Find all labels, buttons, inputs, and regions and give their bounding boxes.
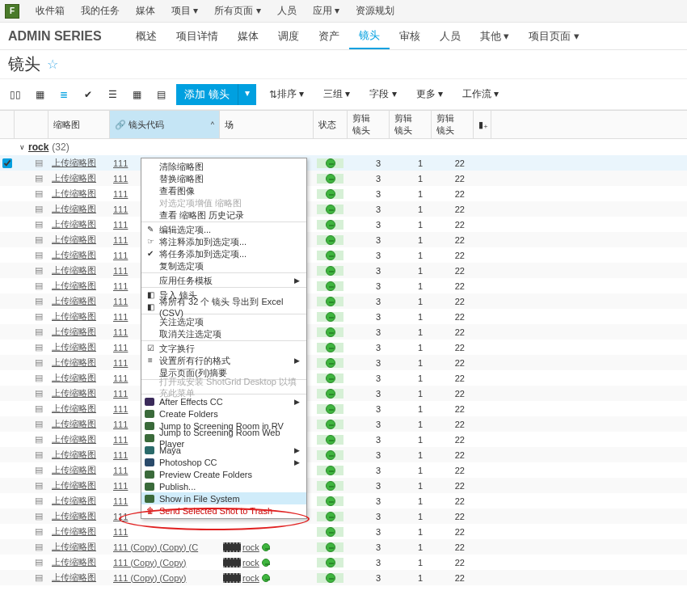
table-row[interactable]: ▤上传缩略图1113122 [0,524,687,539]
shot-code-link[interactable]: 111 [113,358,128,368]
shot-code-link[interactable]: 111 [113,435,128,445]
status-cell[interactable] [314,527,348,537]
upload-thumb-link[interactable]: 上传缩略图 [52,418,96,430]
context-menu-item[interactable]: ◧将所有 32 个 镜头 导出到 Excel (CSV) [141,301,306,313]
projnav-item[interactable]: 概述 [126,23,166,49]
status-cell[interactable] [314,327,348,337]
status-cell[interactable] [314,343,348,352]
table-row[interactable]: ▤上传缩略图1113122 [0,432,687,447]
view-bars-icon[interactable]: ☰ [103,86,121,103]
th-edit2[interactable]: 剪辑 镜头 [390,111,432,138]
shot-code-link[interactable]: 111 [113,527,128,537]
group-menu[interactable]: 三组 ▾ [317,87,356,101]
status-cell[interactable] [314,266,348,276]
projnav-item[interactable]: 其他 ▾ [470,23,520,49]
upload-thumb-link[interactable]: 上传缩略图 [52,433,96,445]
shot-code-link[interactable]: 111 [113,512,128,521]
group-toggle-icon[interactable]: ∨ [19,143,25,151]
upload-thumb-link[interactable]: 上传缩略图 [52,341,96,353]
status-cell[interactable] [314,251,348,260]
shot-code-link[interactable]: 111 [113,373,128,383]
th-edit1[interactable]: 剪辑 镜头 [348,111,390,138]
status-cell[interactable] [314,512,348,521]
upload-thumb-link[interactable]: 上传缩略图 [52,403,96,415]
status-cell[interactable] [314,281,348,291]
th-checkbox[interactable] [0,111,15,138]
add-shot-dropdown[interactable]: ▾ [238,84,256,105]
more-menu[interactable]: 更多 ▾ [410,87,449,101]
context-menu-item[interactable]: Photoshop CC▶ [141,456,306,468]
status-cell[interactable] [314,558,348,567]
table-row[interactable]: ▤上传缩略图1113122 [0,263,687,278]
th-status[interactable]: 状态 [314,111,348,138]
th-shot-code[interactable]: 🔗 镜头代码^ [110,111,220,138]
context-menu-item[interactable]: Show in File System [141,492,306,504]
th-add-column[interactable]: ▮₊ [474,111,491,138]
status-cell[interactable] [314,174,348,184]
table-row[interactable]: ▤上传缩略图111 (Copy) (Copy)rock3122 [0,570,687,585]
shot-code-link[interactable]: 111 [113,389,128,399]
table-row[interactable]: ▤上传缩略图1113122 [0,493,687,508]
upload-thumb-link[interactable]: 上传缩略图 [52,556,96,568]
status-cell[interactable] [314,297,348,306]
status-cell[interactable] [314,496,348,506]
table-row[interactable]: ▤上传缩略图1113122 [0,171,687,186]
table-row[interactable]: ▤上传缩略图1113122 [0,293,687,309]
status-cell[interactable] [314,542,348,552]
table-row[interactable]: ▤上传缩略图1113122 [0,247,687,263]
shot-code-link[interactable]: 111 [113,220,128,230]
status-cell[interactable] [314,573,348,583]
context-menu-item[interactable]: ✎编辑选定项... [141,223,306,235]
table-row[interactable]: ▤上传缩略图1113122 [0,386,687,401]
upload-thumb-link[interactable]: 上传缩略图 [52,234,96,246]
row-checkbox[interactable] [0,158,15,168]
upload-thumb-link[interactable]: 上传缩略图 [52,249,96,261]
shot-code-link[interactable]: 111 (Copy) (Copy) [113,573,186,583]
shot-code-link[interactable]: 111 [113,343,128,352]
shot-code-link[interactable]: 111 [113,312,128,322]
upload-thumb-link[interactable]: 上传缩略图 [52,172,96,184]
context-menu-item[interactable]: Create Folders [141,407,306,420]
upload-thumb-link[interactable]: 上传缩略图 [52,372,96,384]
th-edit3[interactable]: 剪辑 镜头 [432,111,474,138]
context-menu-item[interactable]: 查看 缩略图 历史记录 [141,209,306,221]
context-menu-item[interactable]: 查看图像 [141,184,306,196]
shot-code-link[interactable]: 111 [113,205,128,214]
upload-thumb-link[interactable]: 上传缩略图 [52,157,96,169]
shot-code-link[interactable]: 111 (Copy) (Copy) [113,558,186,567]
view-check-icon[interactable]: ✔ [79,86,97,103]
app-logo[interactable]: F [5,4,19,19]
group-row-rock[interactable]: ∨ rock (32) [0,139,687,155]
shot-code-link[interactable]: 111 [113,266,128,276]
upload-thumb-link[interactable]: 上传缩略图 [52,572,96,584]
status-cell[interactable] [314,435,348,445]
table-row[interactable]: ▤上传缩略图1113122 [0,324,687,340]
shot-code-link[interactable]: 111 [113,450,128,460]
upload-thumb-link[interactable]: 上传缩略图 [52,310,96,323]
upload-thumb-link[interactable]: 上传缩略图 [52,541,96,553]
shot-code-link[interactable]: 111 [113,481,128,491]
upload-thumb-link[interactable]: 上传缩略图 [52,510,96,522]
context-menu-item[interactable]: Publish... [141,480,306,492]
topnav-item[interactable]: 人员 [269,4,305,18]
context-menu-item[interactable]: 关注选定项 [141,315,306,327]
th-scene[interactable]: 场 [220,111,314,138]
table-row[interactable]: ▤上传缩略图1113122 [0,217,687,232]
table-row[interactable]: ▤上传缩略图1113122 [0,278,687,293]
context-menu-item[interactable]: ✔将任务添加到选定项... [141,247,306,259]
topnav-item[interactable]: 所有页面 ▾ [206,4,268,18]
status-cell[interactable] [314,312,348,322]
shot-code-link[interactable]: 111 [113,189,128,199]
table-row[interactable]: ▤上传缩略图1113122 [0,232,687,247]
table-row[interactable]: ▤上传缩略图111 (Copy) (Copy) (Crock3122 [0,539,687,555]
context-menu-item[interactable]: 清除缩略图 [141,160,306,172]
projnav-item[interactable]: 项目详情 [166,23,228,49]
status-cell[interactable] [314,420,348,429]
projnav-item[interactable]: 项目页面 ▾ [519,23,589,49]
topnav-item[interactable]: 我的任务 [73,4,128,18]
table-row[interactable]: ▤上传缩略图1113122 [0,447,687,462]
context-menu-item[interactable]: Maya▶ [141,444,306,456]
status-cell[interactable] [314,466,348,475]
projnav-item[interactable]: 资产 [309,23,349,49]
upload-thumb-link[interactable]: 上传缩略图 [52,295,96,307]
